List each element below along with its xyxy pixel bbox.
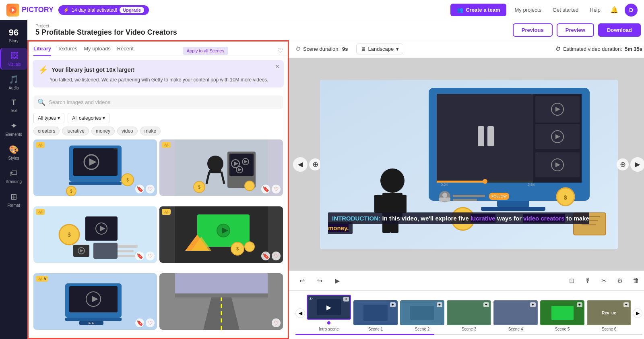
search-input[interactable]	[49, 99, 279, 105]
create-team-button[interactable]: 👥 Create a team	[450, 4, 506, 16]
tab-library[interactable]: Library	[33, 46, 51, 56]
scene-thumb-4[interactable]: ✦ Scene 4	[493, 300, 538, 331]
bookmark-3[interactable]: 🔖	[135, 252, 144, 260]
next-scene-arrow[interactable]: ▶	[630, 157, 644, 172]
svg-point-51	[245, 242, 254, 252]
svg-rect-87	[374, 195, 386, 213]
notification-body: You talked, we listened. We are partneri…	[38, 77, 278, 83]
filmstrip-next[interactable]: ▶	[633, 308, 642, 318]
delete-icon[interactable]: 🗑	[630, 274, 642, 287]
bell-icon[interactable]: 🔔	[609, 4, 620, 16]
tab-uploads[interactable]: My uploads	[84, 46, 110, 56]
tag-video[interactable]: video	[117, 127, 138, 135]
bookmark-5[interactable]: 🔖	[135, 318, 144, 327]
sidebar-item-branding[interactable]: 🏷 Branding	[0, 165, 27, 187]
text-label: Text	[10, 108, 17, 113]
heart-4[interactable]: ♡	[272, 252, 281, 260]
layout-icon[interactable]: ⊡	[565, 274, 578, 287]
scene-thumb-img-5: ✦	[540, 300, 584, 325]
tag-lucrative[interactable]: lucrative	[62, 127, 89, 135]
tab-recent[interactable]: Recent	[117, 46, 134, 56]
get-started-link[interactable]: Get started	[549, 7, 582, 13]
bookmark-4[interactable]: 🔖	[261, 252, 270, 260]
chevron-down-icon-2: ▾	[103, 115, 105, 121]
notification-banner: ✕ ⚡ Your library just got 10x larger! Yo…	[33, 60, 284, 87]
prev-scene-arrow[interactable]: ◀	[293, 157, 308, 172]
redo-button[interactable]: ↪	[313, 274, 326, 287]
scene-thumb-2[interactable]: ✦ Scene 2	[400, 300, 444, 331]
notification-title: Your library just got 10x larger!	[52, 67, 135, 73]
undo-button[interactable]: ↩	[295, 274, 308, 287]
mic-icon[interactable]: 🎙	[581, 274, 594, 287]
heart-6[interactable]: ♡	[272, 318, 281, 327]
heart-1[interactable]: ♡	[146, 185, 155, 193]
media-card-1[interactable]: $ $ 👑 🔖 ♡	[33, 139, 157, 196]
est-value: 5m 35s	[625, 46, 642, 52]
svg-text:0:24: 0:24	[441, 183, 448, 187]
svg-text:▶ ▶: ▶ ▶	[88, 321, 94, 325]
sidebar-item-elements[interactable]: ✦ Elements	[0, 118, 27, 140]
preview-button[interactable]: Preview	[557, 23, 594, 37]
help-link[interactable]: Help	[586, 7, 604, 13]
sidebar-item-audio[interactable]: 🎵 Audio	[0, 71, 27, 94]
scene-label-1: Scene 1	[368, 327, 383, 331]
sidebar-item-styles[interactable]: 🎨 Styles	[0, 141, 27, 164]
media-card-6[interactable]: ♡	[159, 273, 283, 330]
trial-icon: ⚡	[63, 7, 69, 13]
user-avatar[interactable]: D	[625, 4, 638, 17]
scissors-icon[interactable]: ✂	[597, 274, 610, 287]
tab-textures[interactable]: Textures	[58, 46, 77, 56]
heart-5[interactable]: ♡	[146, 318, 155, 327]
svg-text:$: $	[70, 189, 72, 193]
filter-type-select[interactable]: All types ▾	[33, 113, 64, 123]
scene-label-6: Scene 6	[602, 327, 617, 331]
sidebar-item-format[interactable]: ⊞ Format	[0, 189, 27, 211]
scene-thumb-intro[interactable]: ▶ 👁 ✦ Intro scene	[307, 295, 351, 331]
project-info: Project 5 Profitable Strategies for Vide…	[35, 23, 177, 37]
svg-rect-68	[437, 94, 533, 183]
media-card-4[interactable]: $ 👑 🔖 ♡	[159, 206, 283, 263]
media-card-2[interactable]: $ 👑 🔖 ♡	[159, 139, 283, 196]
tag-money[interactable]: money	[91, 127, 115, 135]
media-card-3[interactable]: $ 👑 🔖 ♡	[33, 206, 157, 263]
sidebar-item-story[interactable]: 96 Story	[0, 25, 27, 46]
library-tabs: Library Textures My uploads Recent Apply…	[29, 42, 288, 56]
visuals-icon: 🖼	[10, 51, 19, 60]
format-icon: ⊞	[10, 192, 17, 202]
heart-3[interactable]: ♡	[146, 252, 155, 260]
scene-thumb-3[interactable]: ✦ Scene 3	[447, 300, 491, 331]
add-scene-right-button[interactable]: ⊕	[617, 158, 629, 171]
project-title[interactable]: 5 Profitable Strategies for Video Creato…	[35, 28, 177, 37]
add-scene-left-button[interactable]: ⊕	[309, 158, 321, 171]
svg-rect-88	[394, 195, 407, 213]
svg-rect-36	[93, 243, 118, 259]
svg-rect-70	[487, 126, 494, 146]
play-button[interactable]: ▶	[331, 274, 344, 287]
previous-button[interactable]: Previous	[513, 23, 553, 37]
tag-make[interactable]: make	[140, 127, 161, 135]
scene-thumb-6[interactable]: Rev_ue ✦ Scene 6	[587, 300, 631, 331]
heart-2[interactable]: ♡	[272, 185, 281, 193]
media-card-5[interactable]: ▶ ▶ 👑 5 🔖 ♡	[33, 273, 157, 330]
header-actions: Previous Preview Download	[513, 23, 641, 37]
chevron-icon: ▾	[396, 46, 399, 52]
settings-icon[interactable]: ⚙	[613, 274, 626, 287]
scene-overlay-2: ✦	[437, 302, 442, 307]
upgrade-button[interactable]: Upgrade	[120, 7, 144, 13]
scene-thumb-1[interactable]: ✦ Scene 1	[353, 300, 398, 331]
sidebar-item-text[interactable]: T Text	[0, 95, 27, 116]
bookmark-2[interactable]: 🔖	[261, 185, 270, 193]
notification-close[interactable]: ✕	[275, 63, 280, 70]
tag-creators[interactable]: creators	[33, 127, 60, 135]
favorites-icon[interactable]: ♡	[277, 47, 283, 54]
sidebar-item-visuals[interactable]: 🖼 Visuals	[0, 48, 27, 70]
apply-all-button[interactable]: Apply to all Scenes	[183, 47, 229, 55]
my-projects-link[interactable]: My projects	[511, 7, 544, 13]
bookmark-1[interactable]: 🔖	[135, 185, 144, 193]
layout-select[interactable]: 🖥 Landscape ▾	[356, 44, 404, 54]
scene-thumb-5[interactable]: ✦ Scene 5	[540, 300, 584, 331]
logo[interactable]: PICTORY	[6, 4, 54, 17]
filmstrip-prev[interactable]: ◀	[295, 308, 305, 318]
download-button[interactable]: Download	[598, 23, 641, 37]
filter-category-select[interactable]: All categories ▾	[68, 113, 109, 123]
